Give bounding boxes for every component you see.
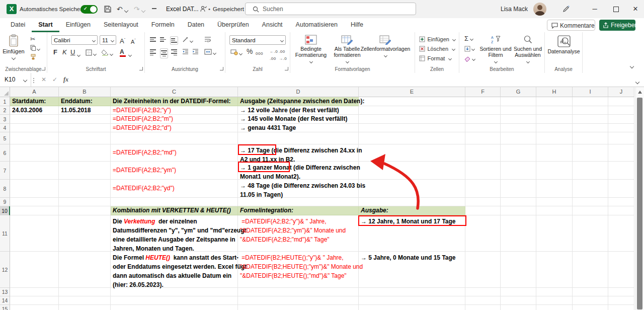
fill-color-icon[interactable] <box>102 49 113 57</box>
confirm-entry-icon[interactable]: ✓ <box>52 73 57 87</box>
underline-dropdown-icon[interactable] <box>77 51 80 58</box>
tab-formeln[interactable]: Formeln <box>145 18 181 31</box>
align-top-icon[interactable] <box>150 36 156 43</box>
number-dialog-launcher-icon[interactable] <box>285 67 288 70</box>
bold-button[interactable]: F <box>53 49 57 56</box>
expand-formula-bar-icon[interactable] <box>636 78 639 85</box>
conditional-formatting-button[interactable]: Bedingte Formatierung <box>293 35 329 64</box>
redo-dropdown-icon[interactable] <box>142 1 145 19</box>
paste-button[interactable]: Einfügen <box>2 34 25 60</box>
tab-überprüfen[interactable]: Überprüfen <box>211 18 256 31</box>
saved-status[interactable]: Gespeichert <box>213 0 244 18</box>
insert-cells-button[interactable]: Einfügen <box>419 36 455 43</box>
orientation-icon[interactable] <box>182 36 193 44</box>
data-analysis-button[interactable]: Datenanalyse <box>546 35 581 54</box>
comments-button[interactable]: Kommentare <box>547 20 595 31</box>
increase-decimal-icon[interactable]: ←.0.00 <box>270 48 278 62</box>
percent-style-icon[interactable]: % <box>247 48 253 55</box>
wrap-text-icon[interactable] <box>204 36 211 44</box>
sort-filter-button[interactable]: AZ Sortieren und Filtern <box>479 35 512 64</box>
tab-automatisieren[interactable]: Automatisieren <box>289 18 344 31</box>
decrease-indent-icon[interactable] <box>182 49 189 56</box>
format-painter-icon[interactable] <box>30 54 36 61</box>
align-center-icon[interactable] <box>160 48 168 58</box>
excel-app-icon[interactable]: X <box>7 4 17 14</box>
search-input[interactable]: Suchen <box>245 3 416 15</box>
tab-datei[interactable]: Datei <box>4 18 32 31</box>
clipboard-dialog-launcher-icon[interactable] <box>42 67 45 70</box>
group-editing: Σ AZ Sortieren und Filtern Suchen und Au… <box>459 32 545 73</box>
delete-cells-button[interactable]: Löschen <box>419 45 455 52</box>
format-cells-button[interactable]: Format <box>419 55 451 62</box>
fill-icon[interactable] <box>464 45 474 52</box>
underline-button[interactable]: U <box>70 49 75 56</box>
tab-start[interactable]: Start <box>32 18 59 32</box>
customize-quick-access-icon[interactable] <box>152 1 156 19</box>
redo-button[interactable]: ↷ <box>134 0 140 18</box>
document-title[interactable]: Excel DAT... <box>166 0 198 18</box>
close-button[interactable]: ✕ <box>627 0 644 18</box>
find-select-button[interactable]: Suchen und Auswählen <box>513 35 543 64</box>
collapse-ribbon-icon[interactable] <box>630 62 633 69</box>
insert-function-icon[interactable]: fx <box>63 73 68 87</box>
autosave-toggle[interactable]: ✓ <box>80 5 98 14</box>
decrease-decimal-icon[interactable]: .00→.0 <box>279 48 287 62</box>
cancel-entry-icon[interactable]: ✕ <box>41 73 46 87</box>
group-analysis-label: Analyse <box>545 66 582 72</box>
conditional-formatting-label: Bedingte Formatierung <box>293 46 329 58</box>
clear-eraser-icon[interactable] <box>464 55 475 62</box>
check-icon: ✓ <box>84 6 88 11</box>
user-name[interactable]: Lisa Mack <box>501 0 528 18</box>
autosum-button[interactable]: Σ <box>464 35 473 42</box>
cut-icon[interactable]: ✂ <box>30 36 35 43</box>
formula-input[interactable] <box>74 74 630 85</box>
decrease-font-icon[interactable]: Aˇ <box>131 37 136 45</box>
cell-styles-button[interactable]: Zellenformatvorlagen <box>356 35 415 58</box>
formula-bar-divider-dots[interactable] <box>33 77 34 84</box>
borders-icon[interactable] <box>86 49 96 57</box>
accounting-format-icon[interactable] <box>230 49 242 57</box>
group-editing-label: Bearbeiten <box>459 66 544 72</box>
merge-center-icon[interactable] <box>204 49 216 56</box>
group-clipboard-label: Zwischenablage <box>0 66 47 72</box>
font-size-select[interactable]: 11 <box>100 35 116 45</box>
tab-daten[interactable]: Daten <box>181 18 211 31</box>
comma-style-icon[interactable]: 000 <box>256 50 263 57</box>
minimize-button[interactable]: ─ <box>585 0 605 18</box>
font-color-dropdown-icon[interactable] <box>129 51 131 58</box>
svg-text:A: A <box>491 36 494 39</box>
tab-ansicht[interactable]: Ansicht <box>256 18 289 31</box>
formula-bar: K10 ✕ ✓ fx <box>0 73 644 87</box>
font-color-icon[interactable]: A <box>120 48 126 57</box>
increase-indent-icon[interactable] <box>192 49 199 56</box>
align-right-icon[interactable] <box>171 48 177 56</box>
share-button[interactable]: Freigeben <box>599 20 635 31</box>
share-label: Freigeben <box>611 22 638 29</box>
tab-einfügen[interactable]: Einfügen <box>59 18 97 31</box>
italic-button[interactable]: K <box>62 49 67 56</box>
copy-icon[interactable] <box>30 45 40 52</box>
scroll-up-icon[interactable] <box>638 91 642 94</box>
alignment-dialog-launcher-icon[interactable] <box>220 67 223 70</box>
font-name-select[interactable]: Calibri <box>51 35 98 45</box>
align-left-icon[interactable] <box>150 48 156 56</box>
font-dialog-launcher-icon[interactable] <box>139 67 143 70</box>
vertical-scrollbar-thumb[interactable] <box>637 98 642 309</box>
undo-button[interactable]: ↶ <box>117 0 123 18</box>
align-middle-icon[interactable] <box>160 36 166 43</box>
save-icon[interactable] <box>104 0 112 18</box>
draw-pen-icon[interactable] <box>562 0 570 18</box>
name-box[interactable]: K10 <box>0 73 31 87</box>
author-presence-icon <box>200 0 207 18</box>
increase-font-icon[interactable]: Aˆ <box>120 36 125 45</box>
avatar[interactable] <box>533 3 546 16</box>
excel-window: X Automatisches Speichern ✓ ↶ ↷ Excel DA… <box>0 0 644 310</box>
data-analysis-label: Datenanalyse <box>546 48 581 54</box>
maximize-button[interactable] <box>606 0 626 18</box>
undo-dropdown-icon[interactable] <box>125 1 128 19</box>
align-bottom-icon[interactable] <box>170 36 178 45</box>
name-box-value: K10 <box>5 76 15 83</box>
tab-seitenlayout[interactable]: Seitenlayout <box>97 18 145 31</box>
tab-hilfe[interactable]: Hilfe <box>344 18 370 31</box>
number-format-select[interactable]: Standard <box>229 35 286 45</box>
